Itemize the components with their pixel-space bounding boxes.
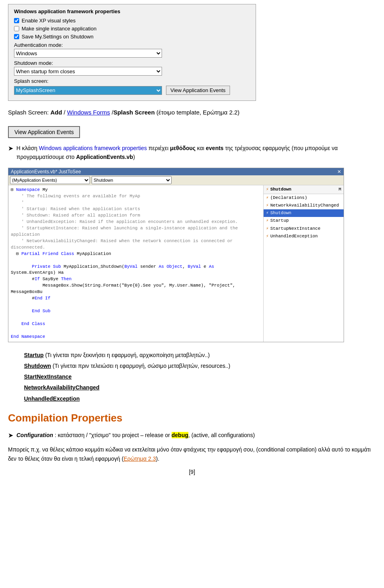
unhandled-text: UnhandledException — [24, 395, 80, 402]
event-network[interactable]: ⚡ NetworkAvailabilityChanged — [264, 202, 344, 209]
unhandled-underline: UnhandledException — [24, 395, 80, 402]
code-editor: ApplicationEvents.vb* JustToSee ✕ (MyApp… — [8, 168, 344, 342]
code-panel: ⊟ Namespace My ' The following events ar… — [8, 185, 264, 342]
declarations-icon: ⚡ — [266, 195, 269, 201]
code-line-endif: #End If — [11, 295, 261, 302]
event-declarations[interactable]: ⚡ (Declarations) — [264, 194, 344, 202]
shutdown-icon: ⚡ — [266, 210, 269, 217]
splash-sep1: / — [62, 109, 67, 116]
network-underline: NetworkAvailabilityChanged — [24, 384, 100, 391]
enable-xp-label: Enable XP visual styles — [22, 18, 76, 24]
code-line-endnamespace: End Namespace — [11, 334, 261, 340]
close-icon[interactable]: ✕ — [337, 169, 341, 175]
desc-text1: Η κλάση — [16, 145, 39, 151]
declarations-label: (Declarations) — [270, 195, 307, 201]
compilation-heading: Compilation Properties — [8, 412, 376, 424]
splash-add: Add — [50, 109, 62, 116]
config-label: Configuration — [16, 432, 53, 438]
method-dropdown-right[interactable]: Shutdown — [92, 176, 172, 184]
code-line-comment1: ' The following events are available for… — [11, 193, 261, 200]
shutdown-dropdown[interactable]: When startup form closes — [14, 67, 162, 76]
shutdown-label: Shutdown — [270, 210, 292, 217]
framework-properties-box: Windows application framework properties… — [8, 4, 256, 101]
startup-underline: Startup — [24, 352, 44, 358]
code-line-msgbox: MessageBox.Show(String.Format("Bye{0}.Se… — [11, 283, 261, 295]
events-descriptions: Startup (Τι γίνεται πριν ξεκινήσει η εφα… — [24, 350, 376, 404]
code-line-blank2 — [11, 302, 261, 308]
config-debug: debug — [172, 432, 188, 438]
editor-toolbar: (MyApplication Events) Shutdown — [8, 175, 344, 185]
code-line-blank3 — [11, 315, 261, 321]
splash-windows-forms-link[interactable]: Windows Forms — [67, 109, 110, 116]
shutdown-desc-text: (Τι γίνεται πριν τελειώσει η εφαρμογή, σ… — [51, 363, 230, 369]
auth-dropdown-row: Windows — [14, 49, 250, 58]
shutdown-header-label: Shutdown — [270, 186, 292, 193]
save-settings-checkbox[interactable] — [14, 34, 19, 39]
events-list-panel: ⚡ Shutdown M ⚡ (Declarations) ⚡ NetworkA… — [264, 185, 344, 342]
splash-screen-line: Splash Screen: Add / Windows Forms /Spla… — [8, 108, 376, 117]
code-line-comment2: ' — [11, 200, 261, 206]
checkbox-row-3: Save My.Settings on Shutdown — [14, 34, 250, 40]
code-line-comment4: ' Shutdown: Raised after all application… — [11, 213, 261, 219]
arrow-description: ➤ Η κλάση Windows applications framework… — [8, 144, 376, 162]
body-part1: Μπορείς π.χ. να θέλεις κάποιο κομμάτι κώ… — [8, 446, 371, 462]
enable-xp-checkbox[interactable] — [14, 18, 19, 23]
event-startup[interactable]: ⚡ Startup — [264, 217, 344, 225]
auth-dropdown[interactable]: Windows — [14, 49, 162, 58]
single-instance-checkbox[interactable] — [14, 26, 19, 31]
body-text-compilation: Μπορείς π.χ. να θέλεις κάποιο κομμάτι κώ… — [8, 445, 376, 463]
startnext-desc-row: StartNextInstance — [24, 372, 376, 382]
checkbox-row-1: Enable XP visual styles — [14, 18, 250, 24]
shutdown-desc-row: Shutdown (Τι γίνεται πριν τελειώσει η εφ… — [24, 361, 376, 371]
shutdown-dropdown-row: When startup form closes — [14, 67, 250, 76]
expand-icon: M — [338, 186, 341, 193]
network-icon: ⚡ — [266, 202, 269, 209]
startnext-underline: StartNextInstance — [24, 373, 72, 380]
editor-body: ⊟ Namespace My ' The following events ar… — [8, 185, 344, 342]
splash-row: MySplashScreen View Application Events — [14, 86, 250, 95]
auth-label: Authentication mode: — [14, 42, 250, 48]
splash-screen-label: Splash Screen — [113, 109, 154, 116]
code-line-endsub: End Sub — [11, 308, 261, 315]
desc-bold2: events — [206, 145, 224, 151]
config-text2: : κατάσταση / "χτίσιμο" του project – re… — [53, 432, 172, 438]
shutdown-text: Shutdown — [24, 363, 51, 369]
debug-highlight: debug — [172, 432, 188, 438]
erwtima-link[interactable]: Ερώτημα 2.3 — [124, 456, 156, 462]
network-desc-row: NetworkAvailabilityChanged — [24, 383, 376, 393]
event-unhandled[interactable]: ⚡ UnhandledException — [264, 233, 344, 240]
desc-text5: ) — [133, 154, 135, 160]
event-startupnext[interactable]: ⚡ StartupNextInstance — [264, 225, 344, 233]
framework-title: Windows application framework properties — [14, 8, 250, 14]
startup-desc-text: (Τι γίνεται πριν ξεκινήσει η εφαρμογή, α… — [44, 352, 210, 358]
method-dropdown-left[interactable]: (MyApplication Events) — [10, 176, 90, 184]
code-line-if: #If SayBye Then — [11, 276, 261, 283]
view-events-section: View Application Events — [8, 126, 376, 138]
code-line-comment5: ' UnhandledException: Raised if the appl… — [11, 219, 261, 225]
startup-text: Startup — [24, 352, 44, 358]
checkbox-row-2: Make single instance application — [14, 26, 250, 32]
network-label: NetworkAvailabilityChanged — [270, 202, 339, 209]
startup-icon: ⚡ — [266, 217, 269, 224]
description-text: Η κλάση Windows applications framework p… — [16, 144, 376, 162]
splash-dropdown[interactable]: MySplashScreen — [14, 86, 162, 95]
config-text-block: Configuration : κατάσταση / "χτίσιμο" το… — [16, 431, 255, 439]
desc-text3: και — [196, 145, 206, 151]
save-settings-label: Save My.Settings on Shutdown — [22, 34, 94, 40]
editor-titlebar: ApplicationEvents.vb* JustToSee ✕ — [8, 168, 344, 175]
startup-label: Startup — [270, 217, 289, 224]
desc-bold3: ApplicationEvents.vb — [76, 154, 133, 160]
event-shutdown[interactable]: ⚡ Shutdown — [264, 209, 344, 217]
configuration-section: ➤ Configuration : κατάσταση / "χτίσιμο" … — [8, 431, 376, 439]
view-events-button-inline[interactable]: View Application Events — [166, 86, 230, 95]
view-events-large-button[interactable]: View Application Events — [8, 126, 80, 138]
startup-desc-row: Startup (Τι γίνεται πριν ξεκινήσει η εφα… — [24, 350, 376, 360]
code-line-namespace: ⊟ Namespace My — [11, 187, 261, 193]
code-line-comment3: ' Startup: Raised when the application s… — [11, 206, 261, 213]
code-line-comment6: ' StartupNextInstance: Raised when launc… — [11, 225, 261, 238]
shutdown-label: Shutdown mode: — [14, 60, 250, 66]
splash-prefix: Splash Screen: — [8, 109, 50, 116]
code-line-comment7: ' NetworkAvailabilityChanged: Raised whe… — [11, 238, 261, 251]
startupnext-icon: ⚡ — [266, 225, 269, 232]
code-line-class: ⊟ Partial Friend Class MyApplication — [11, 251, 261, 257]
